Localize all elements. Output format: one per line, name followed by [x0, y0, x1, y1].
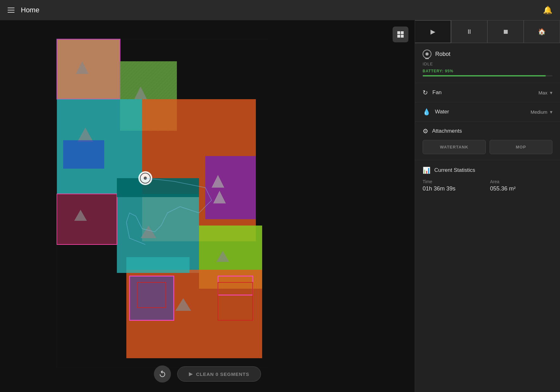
play-button[interactable]: ▶	[415, 20, 451, 43]
battery-fill	[423, 75, 546, 76]
area-label: Area	[490, 179, 553, 184]
stats-title: Current Statistics	[434, 167, 475, 173]
water-chevron-icon: ▾	[550, 109, 552, 115]
time-label: Time	[423, 179, 485, 184]
fan-left: ↻ Fan	[423, 89, 442, 96]
fan-chevron-icon: ▾	[550, 90, 552, 96]
area-value: 055.36 m²	[490, 185, 553, 192]
water-label: Water	[435, 109, 449, 115]
robot-title: Robot	[435, 51, 450, 57]
water-row[interactable]: 💧 Water Medium ▾	[415, 102, 560, 122]
play-icon: ▶	[189, 371, 193, 377]
water-right: Medium ▾	[531, 109, 552, 115]
stats-icon: 📊	[423, 166, 431, 174]
attachments-icon: ⚙	[423, 127, 428, 135]
robot-icon	[423, 50, 431, 58]
attachment-buttons: WATERTANK MOP	[423, 140, 552, 154]
replay-button[interactable]	[154, 365, 171, 383]
clean-segments-button[interactable]: ▶ CLEAN 0 SEGMENTS	[177, 366, 261, 382]
fan-label: Fan	[432, 89, 442, 96]
attachments-section: ⚙ Attachments WATERTANK MOP	[415, 122, 560, 160]
main-layout: ▶ CLEAN 0 SEGMENTS ▶ ⏸ ⏹ 🏠 Rob	[0, 20, 560, 392]
water-icon: 💧	[423, 108, 431, 116]
clean-segments-label: CLEAN 0 SEGMENTS	[196, 371, 250, 377]
replay-icon	[158, 370, 166, 378]
right-panel: ▶ ⏸ ⏹ 🏠 Robot IDLE BATTERY: 95%	[415, 20, 560, 392]
svg-rect-35	[397, 31, 400, 34]
stats-header: 📊 Current Statistics	[423, 166, 552, 174]
map-area: ▶ CLEAN 0 SEGMENTS	[0, 20, 415, 392]
floor-plan-svg	[47, 36, 268, 368]
mop-button[interactable]: MOP	[490, 140, 553, 154]
robot-section: Robot IDLE BATTERY: 95%	[415, 43, 560, 83]
svg-rect-37	[397, 35, 400, 38]
statistics-section: 📊 Current Statistics Time 01h 36m 39s Ar…	[415, 160, 560, 198]
stop-ctrl-icon: ⏹	[503, 28, 509, 35]
battery-label: BATTERY: 95%	[423, 69, 552, 73]
svg-rect-1	[57, 39, 120, 99]
svg-rect-36	[401, 31, 404, 34]
fan-value: Max	[539, 90, 547, 95]
water-value: Medium	[531, 109, 547, 115]
stats-grid: Time 01h 36m 39s Area 055.36 m²	[423, 179, 552, 192]
area-stat: Area 055.36 m²	[490, 179, 553, 192]
fan-row[interactable]: ↻ Fan Max ▾	[415, 83, 560, 102]
svg-rect-16	[57, 194, 117, 244]
topbar-left: Home	[8, 6, 39, 14]
svg-rect-24	[126, 257, 190, 273]
time-value: 01h 36m 39s	[423, 185, 485, 192]
bottom-controls: ▶ CLEAN 0 SEGMENTS	[154, 365, 261, 383]
watertank-button[interactable]: WATERTANK	[423, 140, 486, 154]
svg-rect-9	[63, 140, 104, 169]
robot-status: IDLE	[423, 62, 552, 66]
svg-rect-19	[117, 178, 199, 197]
water-left: 💧 Water	[423, 108, 449, 116]
topbar: Home 🔔	[0, 0, 560, 20]
map-wrapper	[47, 36, 268, 368]
svg-rect-38	[401, 35, 404, 38]
notification-icon[interactable]: 🔔	[543, 6, 552, 15]
fan-icon: ↻	[423, 89, 428, 96]
robot-header: Robot	[423, 50, 552, 58]
fan-right: Max ▾	[539, 90, 552, 96]
attachments-header: ⚙ Attachments	[423, 127, 552, 135]
menu-button[interactable]	[8, 8, 15, 13]
grid-icon	[397, 31, 404, 38]
pause-button[interactable]: ⏸	[451, 20, 487, 43]
time-stat: Time 01h 36m 39s	[423, 179, 485, 192]
control-buttons: ▶ ⏸ ⏹ 🏠	[415, 20, 560, 43]
battery-bar	[423, 75, 552, 76]
home-ctrl-icon: 🏠	[538, 28, 546, 35]
play-ctrl-icon: ▶	[431, 28, 435, 35]
pause-ctrl-icon: ⏸	[466, 28, 473, 35]
page-title: Home	[21, 6, 39, 14]
stop-button[interactable]: ⏹	[487, 20, 524, 43]
map-view-toggle[interactable]	[393, 27, 408, 42]
home-button[interactable]: 🏠	[524, 20, 560, 43]
attachments-title: Attachments	[432, 128, 462, 134]
